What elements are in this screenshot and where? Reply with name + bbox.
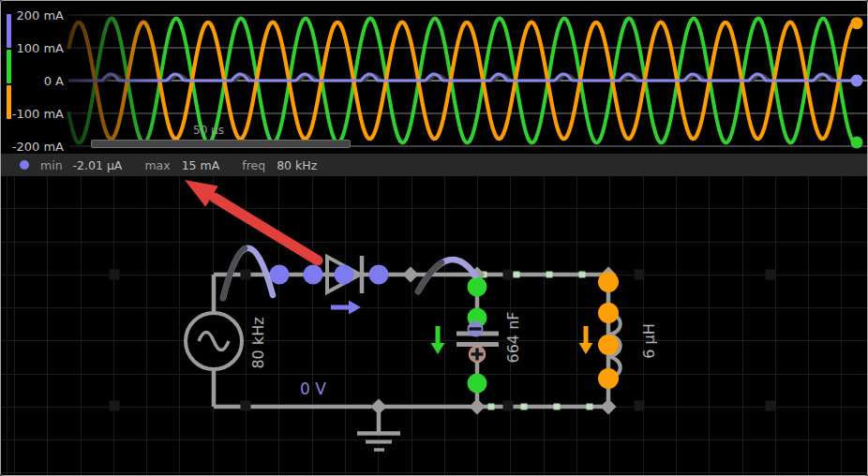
max-label: max — [144, 158, 170, 172]
circuit-simulator-window: 200 mA 100 mA 0 A -100 mA -200 mA 50 µs … — [0, 0, 868, 476]
current-arrow-diode — [331, 301, 361, 315]
min-label: min — [40, 158, 63, 172]
current-flow-markers — [481, 272, 593, 410]
max-value: 15 mA — [182, 158, 220, 172]
ytick-200ma: 200 mA — [6, 8, 64, 22]
net-voltage-label: 0 V — [300, 379, 326, 398]
scope-waveforms — [1, 1, 868, 154]
freq-label: freq — [242, 158, 265, 172]
ytick-0a: 0 A — [6, 74, 64, 88]
scope-time-scrollbar[interactable] — [91, 140, 351, 148]
freq-value: 80 kHz — [277, 158, 317, 172]
ytick-neg100ma: -100 mA — [6, 107, 64, 121]
polarity-minus-marker — [468, 321, 484, 337]
ac-voltage-source[interactable] — [186, 313, 242, 369]
capacitor-value-label: 664 nF — [504, 312, 522, 364]
min-value: -2.01 µA — [73, 158, 123, 172]
scope-readout-bar[interactable]: min -2.01 µA max 15 mA freq 80 kHz — [1, 154, 868, 176]
selected-channel-dot — [20, 160, 29, 170]
junction-nodes[interactable] — [371, 267, 617, 415]
ytick-neg200ma: -200 mA — [6, 140, 64, 154]
current-arrow-capacitor — [431, 326, 445, 354]
polarity-plus-marker — [470, 347, 486, 363]
source-frequency-label: 80 kHz — [249, 317, 267, 368]
scope-gridlines — [1, 1, 868, 154]
current-arrow-inductor — [579, 326, 593, 354]
oscilloscope-panel[interactable]: 200 mA 100 mA 0 A -100 mA -200 mA 50 µs — [1, 1, 868, 154]
trace-persistence-fade — [67, 1, 168, 154]
ytick-100ma: 100 mA — [6, 41, 64, 55]
inductor-value-label: 6 µH — [640, 323, 658, 358]
circuit-canvas[interactable]: 80 kHz 664 nF 6 µH 0 V — [1, 176, 868, 476]
time-scale-label: 50 µs — [193, 124, 224, 137]
